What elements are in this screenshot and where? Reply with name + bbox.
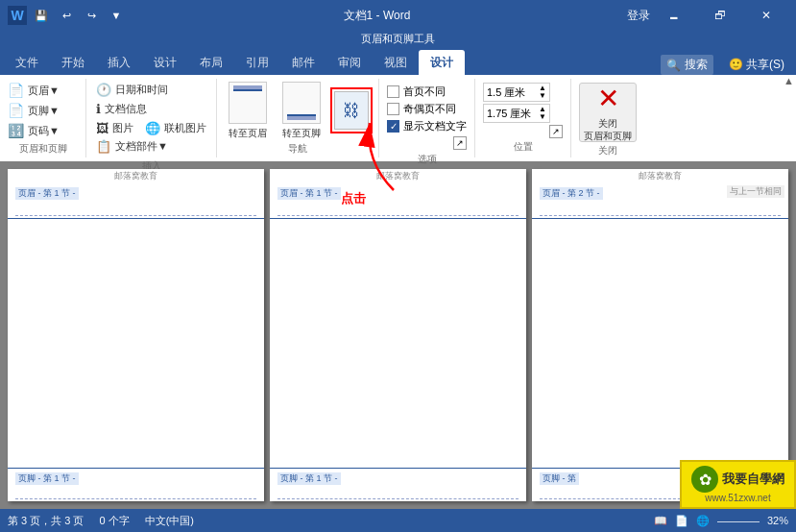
position-top-value: 1.5 厘米 — [487, 85, 525, 100]
page1-header-tag-text: 页眉 - 第 1 节 - — [18, 188, 76, 198]
same-as-prev-text: 与上一节相同 — [730, 186, 782, 196]
page1-footer[interactable]: 页脚 - 第 1 节 - — [8, 468, 264, 501]
position-top-down[interactable]: ▼ — [539, 92, 546, 100]
page2-header-tag-text: 页眉 - 第 1 节 - — [280, 188, 338, 198]
btn-online-pic[interactable]: 🌐联机图片 — [141, 119, 210, 137]
page1-body — [8, 219, 264, 468]
ribbon-collapse-btn[interactable]: ▲ — [784, 75, 794, 86]
titlebar-right: 登录 🗕 🗗 ✕ — [627, 0, 788, 31]
share-button[interactable]: 🙂 共享(S) — [721, 55, 792, 75]
view-btn-web[interactable]: 🌐 — [696, 515, 710, 527]
page1-header[interactable]: 页眉 - 第 1 节 - — [8, 183, 264, 219]
tab-design[interactable]: 设计 — [142, 50, 188, 75]
close-btn-label: 关闭页眉和页脚 — [584, 117, 632, 142]
page1-header-tag: 页眉 - 第 1 节 - — [15, 187, 79, 200]
page-1: 邮落窝教育 页眉 - 第 1 节 - 页脚 - 第 1 节 - — [8, 169, 264, 501]
btn-pagenum[interactable]: 🔢页码▼ — [4, 121, 82, 140]
tab-insert[interactable]: 插入 — [96, 50, 142, 75]
tab-references[interactable]: 引用 — [234, 50, 280, 75]
search-label: 搜索 — [685, 57, 708, 73]
same-as-prev-label: 与上一节相同 — [727, 185, 784, 198]
btn-docinfo[interactable]: ℹ文档信息 — [92, 100, 210, 118]
checkbox-firstpage[interactable]: 首页不同 — [387, 85, 467, 99]
btn-footer[interactable]: 📄页脚▼ — [4, 101, 82, 120]
arrow-annotation — [336, 104, 413, 200]
options-expand-btn[interactable]: ↗ — [453, 136, 467, 150]
btn-goto-footer[interactable]: 转至页脚 — [277, 81, 326, 140]
page1-watermark: 邮落窝教育 — [8, 169, 264, 183]
status-word-count: 0 个字 — [99, 514, 129, 528]
login-button[interactable]: 登录 — [627, 8, 650, 24]
tab-home[interactable]: 开始 — [50, 50, 96, 75]
tab-mailings[interactable]: 邮件 — [280, 50, 326, 75]
tab-layout[interactable]: 布局 — [188, 50, 234, 75]
btn-goto-header[interactable]: 转至页眉 — [223, 81, 273, 140]
restore-button[interactable]: 🗗 — [698, 0, 742, 31]
tab-review[interactable]: 审阅 — [326, 50, 373, 75]
search-box[interactable]: 🔍 搜索 — [661, 55, 713, 75]
page2-header-tag: 页眉 - 第 1 节 - — [277, 187, 341, 200]
page-2: 邮落窝教育 页眉 - 第 1 节 - 页脚 - 第 1 节 - — [270, 169, 526, 501]
page3-header-tag-text: 页眉 - 第 2 节 - — [543, 188, 600, 198]
btn-close-headerfooter[interactable]: ✕ 关闭页眉和页脚 — [579, 83, 637, 142]
watermark-logo: ✿ 我要自學網 www.51zxw.net — [680, 460, 796, 509]
page1-header-content[interactable] — [15, 201, 256, 216]
checkbox-firstpage-box[interactable] — [387, 85, 399, 98]
btn-picture[interactable]: 🖼图片 — [92, 119, 137, 137]
status-page-info: 第 3 页，共 3 页 — [8, 514, 84, 528]
page2-footer-tag: 页脚 - 第 1 节 - — [277, 472, 341, 485]
redo-button[interactable]: ↪ — [81, 5, 102, 26]
save-button[interactable]: 💾 — [31, 5, 52, 26]
page1-watermark-text: 邮落窝教育 — [114, 171, 157, 181]
page3-footer-tag-text: 页脚 - 第 — [543, 473, 576, 483]
btn-docparts[interactable]: 📋文档部件▼ — [92, 137, 172, 156]
tab-design-active[interactable]: 设计 — [419, 50, 465, 75]
close-button[interactable]: ✕ — [744, 0, 788, 31]
position-bottom-down[interactable]: ▼ — [539, 113, 546, 121]
page2-footer-content[interactable] — [277, 486, 519, 499]
page2-header-content[interactable] — [277, 201, 519, 216]
position-bottom-row: 1.75 厘米 ▲ ▼ — [483, 104, 563, 123]
view-btn-read[interactable]: 📖 — [654, 515, 667, 527]
page-3: 邮落窝教育 页眉 - 第 2 节 - 与上一节相同 页脚 - 第 — [532, 169, 788, 501]
context-tab-label: 页眉和页脚工具 — [0, 31, 796, 46]
tab-right: 🔍 搜索 🙂 共享(S) — [661, 55, 792, 75]
ribbon-wrapper: 页眉和页脚工具 文件 开始 插入 设计 布局 引用 邮件 审阅 视图 设计 🔍 … — [0, 31, 796, 161]
page2-footer-tag-text: 页脚 - 第 1 节 - — [280, 473, 338, 483]
page3-header[interactable]: 页眉 - 第 2 节 - 与上一节相同 — [532, 183, 788, 219]
undo-button[interactable]: ↩ — [56, 5, 77, 26]
page3-body — [532, 219, 788, 468]
title-text: 文档1 - Word — [344, 9, 411, 22]
group-label-position: 位置 — [483, 140, 563, 154]
page3-header-area: 邮落窝教育 页眉 - 第 2 节 - 与上一节相同 — [532, 169, 788, 219]
btn-header[interactable]: 📄页眉▼ — [4, 81, 82, 100]
view-btn-print[interactable]: 📄 — [675, 515, 688, 527]
ribbon-content: 📄页眉▼ 📄页脚▼ 🔢页码▼ 页眉和页脚 🕐日期和时间 — [0, 75, 796, 161]
position-expand-btn[interactable]: ↗ — [549, 125, 563, 138]
tab-view[interactable]: 视图 — [373, 50, 419, 75]
page3-watermark-text: 邮落窝教育 — [639, 171, 682, 181]
page3-header-tag: 页眉 - 第 2 节 - — [540, 187, 603, 200]
close-x-icon: ✕ — [597, 83, 619, 114]
status-language: 中文(中国) — [145, 514, 194, 528]
page1-footer-content[interactable] — [15, 486, 256, 499]
position-bottom-input[interactable]: 1.75 厘米 ▲ ▼ — [483, 104, 550, 123]
group-position: 1.5 厘米 ▲ ▼ 1.75 厘米 ▲ ▼ — [475, 79, 571, 157]
group-insert: 🕐日期和时间 ℹ文档信息 🖼图片 🌐联机图片 — [86, 79, 217, 157]
minimize-button[interactable]: 🗕 — [652, 0, 696, 31]
btn-datetime[interactable]: 🕐日期和时间 — [92, 81, 210, 99]
tab-file[interactable]: 文件 — [4, 50, 50, 75]
page3-header-content[interactable] — [540, 201, 781, 216]
status-zoom: 32% — [767, 515, 788, 526]
watermark-icon: ✿ — [691, 466, 718, 493]
page2-footer[interactable]: 页脚 - 第 1 节 - — [270, 468, 526, 501]
position-top-input[interactable]: 1.5 厘米 ▲ ▼ — [483, 83, 550, 102]
statusbar-right: 📖 📄 🌐 ———— 32% — [654, 515, 788, 527]
zoom-slider[interactable]: ———— — [717, 515, 760, 526]
page3-watermark: 邮落窝教育 — [532, 169, 788, 183]
customize-button[interactable]: ▼ — [106, 5, 127, 26]
word-icon: W — [8, 6, 27, 25]
group-close: ✕ 关闭页眉和页脚 关闭 — [571, 79, 644, 157]
position-bottom-value: 1.75 厘米 — [487, 107, 531, 121]
watermark-line1: 我要自學網 — [722, 471, 784, 488]
